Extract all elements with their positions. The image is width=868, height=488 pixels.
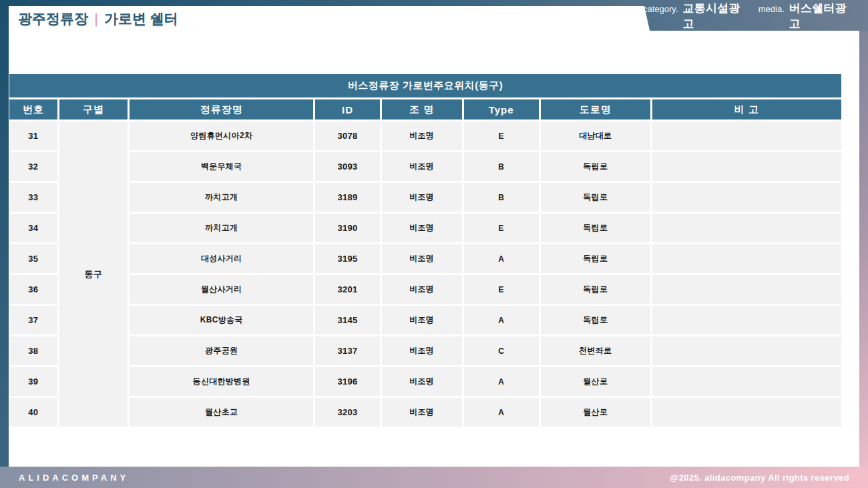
cell-type: A xyxy=(464,367,539,396)
cell-type: E xyxy=(464,121,539,150)
cell-type: A xyxy=(464,244,539,273)
cell-no: 32 xyxy=(9,152,57,181)
category-label: category. xyxy=(643,4,678,14)
cell-lighting: 비조명 xyxy=(382,244,462,273)
cell-id: 3201 xyxy=(315,275,379,304)
company-logo-text: ALIDACOMPANY xyxy=(19,473,129,483)
cell-name: 까치고개 xyxy=(130,183,313,212)
col-header-lighting: 조 명 xyxy=(382,99,462,119)
cell-id: 3195 xyxy=(315,244,379,273)
cell-note xyxy=(652,306,841,334)
cell-lighting: 비조명 xyxy=(382,183,462,212)
cell-name: KBC방송국 xyxy=(130,306,313,334)
cell-lighting: 비조명 xyxy=(382,214,462,242)
table-title: 버스정류장 가로변주요위치(동구) xyxy=(9,74,841,97)
cell-name: 광주공원 xyxy=(130,336,313,365)
cell-id: 3145 xyxy=(315,306,379,334)
cell-note xyxy=(652,121,841,150)
cell-name: 백운우체국 xyxy=(130,152,313,181)
cell-type: B xyxy=(464,183,539,212)
cell-no: 35 xyxy=(9,244,57,273)
cell-no: 33 xyxy=(9,183,57,212)
category-media-bar: category. 교통시설광고 media. 버스쉘터광고 xyxy=(643,0,868,31)
cell-road: 월산로 xyxy=(541,367,650,396)
cell-type: B xyxy=(464,152,539,181)
cell-road: 독립로 xyxy=(541,152,650,181)
cell-lighting: 비조명 xyxy=(382,398,462,427)
title-divider: | xyxy=(95,11,97,27)
cell-lighting: 비조명 xyxy=(382,152,462,181)
cell-road: 독립로 xyxy=(541,183,650,212)
col-header-no: 번호 xyxy=(9,99,57,119)
cell-note xyxy=(652,336,841,365)
cell-type: E xyxy=(464,214,539,242)
cell-no: 31 xyxy=(9,121,57,150)
cell-name: 월산사거리 xyxy=(130,275,313,304)
cell-lighting: 비조명 xyxy=(382,121,462,150)
cell-no: 38 xyxy=(9,336,57,365)
cell-id: 3093 xyxy=(315,152,379,181)
cell-name: 양림휴먼시아2차 xyxy=(130,121,313,150)
cell-lighting: 비조명 xyxy=(382,336,462,365)
cell-lighting: 비조명 xyxy=(382,367,462,396)
cell-note xyxy=(652,214,841,242)
cell-note xyxy=(652,275,841,304)
cell-no: 39 xyxy=(9,367,57,396)
cell-road: 천변좌로 xyxy=(541,336,650,365)
cell-road: 독립로 xyxy=(541,306,650,334)
cell-id: 3078 xyxy=(315,121,379,150)
cell-no: 34 xyxy=(9,214,57,242)
cell-road: 대남대로 xyxy=(541,121,650,150)
cell-road: 독립로 xyxy=(541,275,650,304)
col-header-stop-name: 정류장명 xyxy=(130,99,313,119)
cell-type: A xyxy=(464,306,539,334)
col-header-road: 도로명 xyxy=(541,99,650,119)
col-header-id: ID xyxy=(315,99,379,119)
category-value: 교통시설광고 xyxy=(683,1,750,31)
cell-id: 3137 xyxy=(315,336,379,365)
district-cell: 동구 xyxy=(59,121,128,427)
cell-note xyxy=(652,367,841,396)
cell-note xyxy=(652,152,841,181)
col-header-note: 비 고 xyxy=(652,99,841,119)
cell-no: 40 xyxy=(9,398,57,427)
cell-id: 3190 xyxy=(315,214,379,242)
bus-stop-table: 버스정류장 가로변주요위치(동구) 번호 구별 정류장명 ID 조 명 Type… xyxy=(9,74,841,427)
cell-type: C xyxy=(464,336,539,365)
cell-road: 독립로 xyxy=(541,214,650,242)
category-media-text: category. 교통시설광고 media. 버스쉘터광고 xyxy=(643,0,868,31)
cell-id: 3196 xyxy=(315,367,379,396)
cell-name: 월산초교 xyxy=(130,398,313,427)
cell-no: 36 xyxy=(9,275,57,304)
slide: category. 교통시설광고 media. 버스쉘터광고 광주정류장 | 가… xyxy=(0,0,868,488)
cell-id: 3203 xyxy=(315,398,379,427)
cell-name: 까치고개 xyxy=(130,214,313,242)
cell-road: 월산로 xyxy=(541,398,650,427)
cell-no: 37 xyxy=(9,306,57,334)
cell-lighting: 비조명 xyxy=(382,306,462,334)
media-value: 버스쉘터광고 xyxy=(789,1,856,31)
media-label: media. xyxy=(758,4,785,14)
page-title-right: 가로변 쉘터 xyxy=(104,9,178,28)
cell-name: 대성사거리 xyxy=(130,244,313,273)
page-title: 광주정류장 | 가로변 쉘터 xyxy=(18,6,178,31)
footer-bar: ALIDACOMPANY @2025. alidacompany All rig… xyxy=(0,467,868,488)
col-header-type: Type xyxy=(464,99,539,119)
cell-note xyxy=(652,398,841,427)
page-title-left: 광주정류장 xyxy=(18,9,88,28)
cell-note xyxy=(652,244,841,273)
cell-lighting: 비조명 xyxy=(382,275,462,304)
cell-note xyxy=(652,183,841,212)
cell-name: 동신대한방병원 xyxy=(130,367,313,396)
copyright-text: @2025. alidacompany All rights reserved xyxy=(670,473,849,483)
cell-id: 3189 xyxy=(315,183,379,212)
col-header-district: 구별 xyxy=(59,99,128,119)
cell-road: 독립로 xyxy=(541,244,650,273)
cell-type: E xyxy=(464,275,539,304)
cell-type: A xyxy=(464,398,539,427)
